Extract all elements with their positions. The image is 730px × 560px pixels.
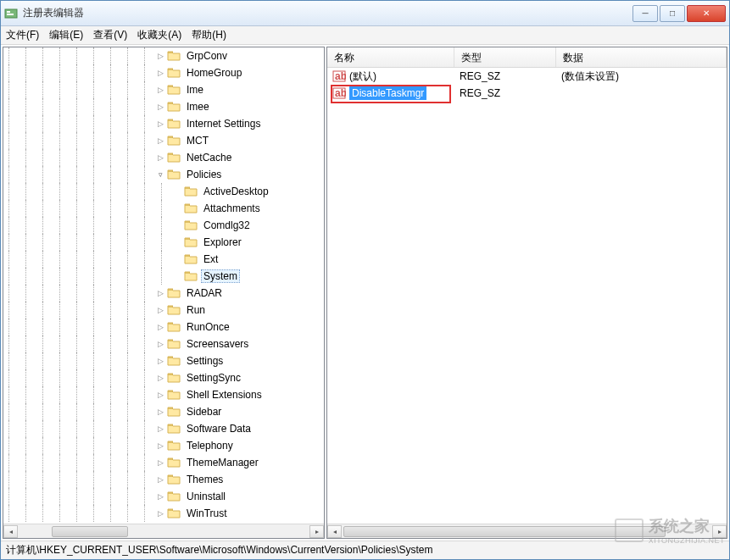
svg-rect-1 — [7, 11, 10, 13]
expander-icon[interactable] — [156, 492, 165, 502]
tree-node[interactable]: ThemeManager — [3, 454, 324, 471]
tree-node[interactable]: Software Data — [3, 420, 324, 437]
expander-icon[interactable] — [156, 424, 165, 434]
scroll-left-button[interactable]: ◂ — [3, 525, 18, 538]
tree-node-label: RADAR — [184, 286, 225, 300]
tree-node[interactable]: Explorer — [3, 234, 324, 251]
close-button[interactable]: ✕ — [687, 5, 726, 22]
expander-icon[interactable] — [156, 391, 165, 400]
svg-text:ab: ab — [335, 70, 346, 82]
expander-icon[interactable] — [156, 357, 165, 366]
minimize-button[interactable]: ─ — [632, 5, 658, 22]
tree-node[interactable]: NetCache — [3, 149, 324, 166]
tree-view[interactable]: GrpConvHomeGroupImeImeeInternet Settings… — [3, 47, 324, 524]
menu-help[interactable]: 帮助(H) — [192, 28, 226, 42]
expander-icon[interactable] — [156, 458, 165, 468]
folder-icon — [167, 84, 181, 96]
tree-node[interactable]: Shell Extensions — [3, 386, 324, 403]
tree-node[interactable]: Imee — [3, 98, 324, 115]
tree-node[interactable]: HomeGroup — [3, 64, 324, 81]
tree-node-label: Explorer — [201, 236, 244, 249]
folder-icon — [167, 67, 181, 79]
col-type[interactable]: 类型 — [454, 47, 556, 67]
expander-icon[interactable] — [156, 69, 165, 78]
tree-node[interactable]: RADAR — [3, 285, 324, 302]
expander-icon[interactable] — [156, 509, 165, 518]
menu-file[interactable]: 文件(F) — [6, 28, 39, 42]
col-name[interactable]: 名称 — [327, 47, 454, 67]
string-value-icon: ab — [332, 69, 346, 83]
tree-node-label: MCT — [184, 134, 211, 147]
tree-node[interactable]: Comdlg32 — [3, 217, 324, 234]
expander-icon[interactable] — [156, 475, 165, 485]
tree-hscrollbar[interactable]: ◂ ▸ — [3, 524, 324, 538]
value-row[interactable]: ab(默认)REG_SZ(数值未设置) — [327, 68, 727, 85]
expander-icon[interactable] — [156, 408, 165, 417]
tree-node-label: Settings — [184, 354, 226, 368]
titlebar[interactable]: 注册表编辑器 ─ □ ✕ — [1, 1, 729, 26]
tree-node[interactable]: Sidebar — [3, 403, 324, 420]
scroll-track[interactable] — [18, 525, 309, 538]
tree-node[interactable]: Attachments — [3, 200, 324, 217]
tree-node[interactable]: ActiveDesktop — [3, 183, 324, 200]
menu-favorites[interactable]: 收藏夹(A) — [137, 28, 181, 42]
tree-node[interactable]: Ext — [3, 251, 324, 268]
tree-node-label: NetCache — [184, 151, 234, 164]
scroll-thumb[interactable] — [52, 526, 128, 537]
expander-icon[interactable] — [156, 323, 165, 332]
scroll-right-button[interactable]: ▸ — [309, 525, 324, 538]
expander-icon[interactable] — [156, 119, 165, 129]
tree-node[interactable]: MCT — [3, 132, 324, 149]
tree-node[interactable]: Uninstall — [3, 488, 324, 505]
folder-icon — [167, 101, 181, 113]
scroll-right-button[interactable]: ▸ — [712, 525, 727, 538]
tree-node[interactable]: GrpConv — [3, 47, 324, 64]
maximize-button[interactable]: □ — [660, 5, 685, 22]
expander-icon[interactable] — [156, 340, 165, 349]
tree-node[interactable]: RunOnce — [3, 319, 324, 335]
menu-view[interactable]: 查看(V) — [93, 28, 127, 42]
expander-icon[interactable] — [156, 374, 165, 383]
expander-icon[interactable] — [156, 52, 165, 61]
values-hscrollbar[interactable]: ◂ ▸ — [327, 524, 727, 538]
scroll-left-button[interactable]: ◂ — [327, 525, 342, 538]
folder-icon — [184, 186, 198, 197]
folder-icon — [167, 423, 181, 435]
window-buttons: ─ □ ✕ — [631, 5, 726, 22]
tree-node[interactable]: Internet Settings — [3, 115, 324, 132]
expander-none — [173, 221, 182, 230]
tree-node[interactable]: Policies — [3, 166, 324, 183]
tree-node[interactable]: WinTrust — [3, 505, 324, 522]
expander-icon[interactable] — [156, 153, 165, 163]
tree-node-label: GrpConv — [184, 49, 230, 63]
value-name: (默认) — [349, 69, 376, 84]
tree-node[interactable]: System — [3, 268, 324, 285]
menu-edit[interactable]: 编辑(E) — [49, 28, 83, 42]
folder-icon — [167, 338, 181, 350]
folder-icon — [167, 321, 181, 333]
tree-node[interactable]: Themes — [3, 471, 324, 488]
values-list[interactable]: ab(默认)REG_SZ(数值未设置)abDisableTaskmgrREG_S… — [327, 68, 727, 524]
tree-node[interactable]: Run — [3, 302, 324, 319]
tree-node[interactable]: Settings — [3, 352, 324, 369]
client-area: GrpConvHomeGroupImeImeeInternet Settings… — [1, 45, 729, 541]
col-data[interactable]: 数据 — [556, 47, 727, 67]
expander-icon[interactable] — [156, 306, 165, 315]
expander-icon[interactable] — [156, 170, 165, 180]
expander-icon[interactable] — [156, 289, 165, 298]
tree-node[interactable]: SettingSync — [3, 369, 324, 386]
scroll-thumb[interactable] — [343, 526, 666, 537]
values-pane: 名称 类型 数据 ab(默认)REG_SZ(数值未设置)abDisableTas… — [326, 47, 727, 539]
expander-icon[interactable] — [156, 86, 165, 95]
expander-none — [173, 272, 182, 281]
expander-icon[interactable] — [156, 136, 165, 146]
expander-icon[interactable] — [156, 441, 165, 451]
tree-node[interactable]: Screensavers — [3, 335, 324, 352]
folder-icon — [184, 202, 198, 214]
tree-node[interactable]: Telephony — [3, 437, 324, 454]
expander-icon[interactable] — [156, 103, 165, 112]
tree-node[interactable]: Ime — [3, 81, 324, 98]
scroll-track[interactable] — [342, 525, 712, 538]
annotation-highlight — [331, 85, 451, 103]
tree-node-label: Software Data — [184, 422, 254, 435]
